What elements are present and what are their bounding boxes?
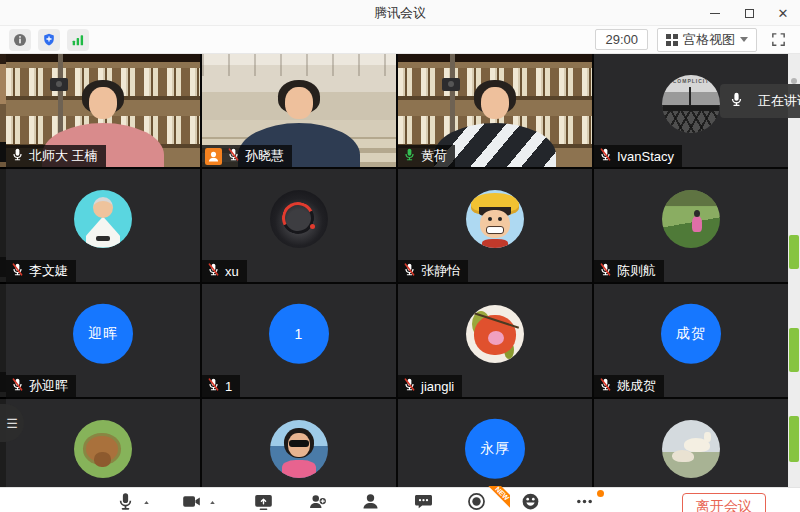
participant-name: 姚成贺 <box>617 377 656 395</box>
participant-avatar <box>466 305 524 363</box>
view-mode-label: 宫格视图 <box>683 31 735 49</box>
participant-initials-avatar: 成贺 <box>661 303 721 363</box>
toolbar-video-button[interactable]: 停止视频 <box>164 488 234 512</box>
participant-name: 孙晓慧 <box>245 147 284 165</box>
maximize-button[interactable] <box>742 6 756 20</box>
participant-name-label: jiangli <box>398 375 462 397</box>
bottom-toolbar: 静音停止视频共享屏幕邀请管理成员聊天录制NEW表情更多 离开会议 <box>0 487 800 512</box>
share-screen-icon <box>253 491 274 512</box>
participant-name: IvanStacy <box>617 149 674 164</box>
participant-tile[interactable]: 黄荷 <box>398 54 592 167</box>
toolbar-invite-button[interactable]: 邀请 <box>292 488 342 512</box>
participant-avatar <box>74 420 132 478</box>
record-icon <box>466 491 487 512</box>
meeting-timer: 29:00 <box>595 29 648 50</box>
mic-status-icon <box>402 147 417 166</box>
speaking-toast: 正在讲话 <box>720 84 800 118</box>
participant-avatar <box>74 190 132 248</box>
participant-tile[interactable]: jiangli <box>398 284 592 397</box>
participant-tile[interactable] <box>202 399 396 487</box>
participant-name-label: 孙晓慧 <box>202 145 292 167</box>
participant-tile[interactable]: 永厚 <box>398 399 592 487</box>
leave-meeting-button[interactable]: 离开会议 <box>682 493 766 512</box>
toolbar-record-button[interactable]: 录制NEW <box>448 488 504 512</box>
mic-status-icon <box>598 147 613 166</box>
camera-icon <box>181 491 202 512</box>
participant-tile[interactable]: 成贺姚成贺 <box>594 284 788 397</box>
toolbar-more-button[interactable]: 更多 <box>556 488 612 512</box>
participant-name-label: 北师大 王楠 <box>6 145 106 167</box>
participant-avatar <box>466 190 524 248</box>
participant-name-label: xu <box>202 260 247 282</box>
info-icon[interactable] <box>9 29 31 51</box>
fullscreen-button[interactable] <box>766 29 790 51</box>
notification-dot <box>597 490 604 497</box>
mic-status-icon <box>402 262 417 281</box>
view-mode-dropdown[interactable]: 宫格视图 <box>657 28 757 52</box>
participant-initials-avatar: 迎晖 <box>73 303 133 363</box>
chevron-down-icon <box>740 37 748 42</box>
shield-icon[interactable] <box>38 29 60 51</box>
participant-tile[interactable]: 孙晓慧 <box>202 54 396 167</box>
participant-name: 1 <box>225 379 232 394</box>
participant-name-label: IvanStacy <box>594 145 682 167</box>
participant-tile[interactable]: 北师大 王楠 <box>6 54 200 167</box>
toolbar-emoji-button[interactable]: 表情 <box>504 488 556 512</box>
participant-name: xu <box>225 264 239 279</box>
right-edge-scroll-strip[interactable] <box>788 54 800 487</box>
participant-tile[interactable]: 张静怡 <box>398 169 592 282</box>
mic-status-icon <box>226 147 241 166</box>
toolbar-mute-button[interactable]: 静音 <box>102 488 164 512</box>
window-title: 腾讯会议 <box>374 4 426 22</box>
close-button[interactable]: ✕ <box>776 6 790 20</box>
chevron-up-icon[interactable] <box>207 494 218 512</box>
avatar-text: COMPLICIT <box>662 78 720 84</box>
mic-icon <box>115 491 136 512</box>
participant-tile[interactable]: 李文婕 <box>6 169 200 282</box>
participant-avatar: COMPLICIT <box>662 75 720 133</box>
participant-avatar <box>270 190 328 248</box>
toolbar-members-button[interactable]: 管理成员 <box>342 488 398 512</box>
minimize-button[interactable] <box>708 6 722 20</box>
network-signal-icon[interactable] <box>67 29 89 51</box>
status-toolbar: 29:00 宫格视图 <box>0 26 800 54</box>
mic-status-icon <box>206 262 221 281</box>
participant-name-label: 陈则航 <box>594 260 664 282</box>
participant-name: 陈则航 <box>617 262 656 280</box>
toolbar-chat-button[interactable]: 聊天 <box>398 488 448 512</box>
participant-name-label: 孙迎晖 <box>6 375 76 397</box>
participant-tile[interactable] <box>6 399 200 487</box>
participant-name-label: 姚成贺 <box>594 375 664 397</box>
mic-status-icon <box>402 377 417 396</box>
emoji-icon <box>520 491 541 512</box>
participant-name-label: 李文婕 <box>6 260 76 282</box>
mic-status-icon <box>10 147 25 166</box>
participant-name: jiangli <box>421 379 454 394</box>
participant-tile[interactable]: 迎晖孙迎晖 <box>6 284 200 397</box>
participant-name: 张静怡 <box>421 262 460 280</box>
chevron-up-icon[interactable] <box>141 494 152 512</box>
meeting-window: 腾讯会议 ✕ 29:00 宫格视图 <box>0 0 800 512</box>
participant-name: 孙迎晖 <box>29 377 68 395</box>
mic-status-icon <box>598 377 613 396</box>
chat-icon <box>413 491 434 512</box>
mic-status-icon <box>10 262 25 281</box>
video-grid-area: 北师大 王楠孙晓慧黄荷COMPLICITIvanStacy李文婕xu张静怡陈则航… <box>0 54 800 487</box>
participant-avatar <box>662 190 720 248</box>
participant-name: 李文婕 <box>29 262 68 280</box>
toolbar-share-button[interactable]: 共享屏幕 <box>234 488 292 512</box>
titlebar: 腾讯会议 ✕ <box>0 0 800 26</box>
participant-grid: 北师大 王楠孙晓慧黄荷COMPLICITIvanStacy李文婕xu张静怡陈则航… <box>6 54 788 487</box>
participant-tile[interactable]: 11 <box>202 284 396 397</box>
participant-tile[interactable]: 陈则航 <box>594 169 788 282</box>
participant-name-label: 张静怡 <box>398 260 468 282</box>
participant-tile[interactable] <box>594 399 788 487</box>
members-icon <box>360 491 381 512</box>
speaking-toast-label: 正在讲话 <box>758 92 800 110</box>
mic-icon <box>728 91 745 112</box>
participant-name: 北师大 王楠 <box>29 147 98 165</box>
participant-tile[interactable]: xu <box>202 169 396 282</box>
participant-initials-avatar: 永厚 <box>465 418 525 478</box>
mic-status-icon <box>598 262 613 281</box>
host-badge-icon <box>204 147 222 165</box>
